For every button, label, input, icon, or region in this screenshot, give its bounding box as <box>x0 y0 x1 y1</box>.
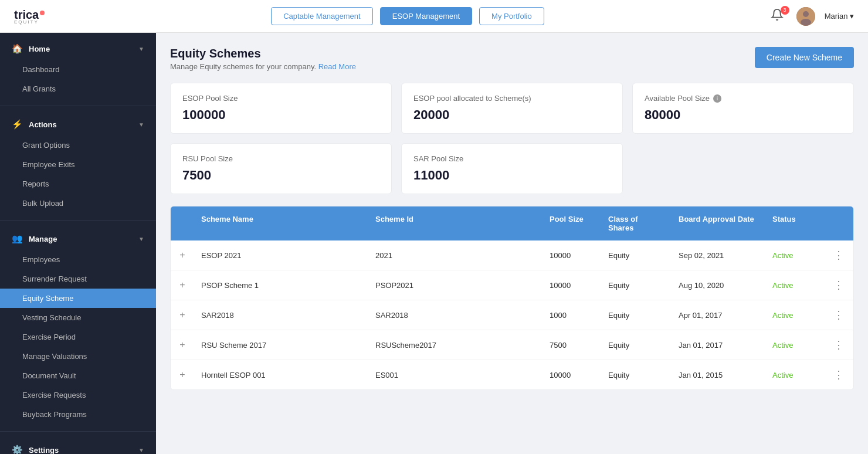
row-actions-menu[interactable]: ⋮ <box>824 330 853 360</box>
sidebar-item-employee-exits[interactable]: Employee Exits <box>0 155 156 174</box>
sidebar-item-all-grants[interactable]: All Grants <box>0 79 156 99</box>
scheme-id: SAR2018 <box>368 303 542 328</box>
page-header: Equity Schemes Manage Equity schemes for… <box>170 47 854 71</box>
table-row: + PSOP Scheme 1 PSOP2021 10000 Equity Au… <box>171 270 853 300</box>
sidebar-settings-header[interactable]: ⚙️ Settings ▼ <box>0 439 156 454</box>
class-of-shares: Equity <box>601 362 672 388</box>
table-row: + ESOP 2021 2021 10000 Equity Sep 02, 20… <box>171 240 853 270</box>
col-scheme-id: Scheme Id <box>368 206 542 240</box>
sidebar-item-document-vault[interactable]: Document Vault <box>0 366 156 385</box>
class-of-shares: Equity <box>601 333 672 358</box>
expand-btn[interactable]: + <box>171 361 194 388</box>
sar-pool-size-card: SAR Pool Size 11000 <box>401 143 623 194</box>
svg-point-2 <box>801 19 811 26</box>
esop-allocated-card: ESOP pool allocated to Scheme(s) 20000 <box>401 83 623 134</box>
col-class-of-shares: Class of Shares <box>601 206 672 240</box>
notification-bell[interactable]: 3 <box>771 8 787 25</box>
sidebar-section-actions: ⚡ Actions ▼ Grant Options Employee Exits… <box>0 109 156 218</box>
read-more-link[interactable]: Read More <box>318 62 356 71</box>
sidebar-manage-header[interactable]: 👥 Manage ▼ <box>0 228 156 250</box>
user-name[interactable]: Marian ▾ <box>825 12 854 21</box>
rsu-pool-size-value: 7500 <box>182 168 379 183</box>
info-icon[interactable]: i <box>713 94 721 103</box>
board-approval-date: Sep 02, 2021 <box>672 243 765 268</box>
board-approval-date: Jan 01, 2017 <box>672 333 765 358</box>
sidebar-item-manage-valuations[interactable]: Manage Valuations <box>0 347 156 366</box>
sidebar-actions-header[interactable]: ⚡ Actions ▼ <box>0 113 156 135</box>
expand-btn[interactable]: + <box>171 272 194 299</box>
scheme-name: ESOP 2021 <box>194 243 368 268</box>
logo-dot <box>40 11 45 15</box>
col-board-approval-date: Board Approval Date <box>672 206 765 240</box>
row-actions-menu[interactable]: ⋮ <box>824 240 853 270</box>
expand-btn[interactable]: + <box>171 331 194 358</box>
sidebar-item-grant-options[interactable]: Grant Options <box>0 135 156 155</box>
stats-row-1: ESOP Pool Size 100000 ESOP pool allocate… <box>170 83 854 134</box>
row-actions-menu[interactable]: ⋮ <box>824 300 853 330</box>
page-title: Equity Schemes <box>170 47 356 60</box>
sidebar-item-exercise-requests[interactable]: Exercise Requests <box>0 385 156 405</box>
esop-tab[interactable]: ESOP Management <box>380 7 472 25</box>
sidebar-item-equity-scheme[interactable]: Equity Scheme <box>0 289 156 308</box>
table-row: + RSU Scheme 2017 RSUScheme2017 7500 Equ… <box>171 330 853 360</box>
sidebar-item-employees[interactable]: Employees <box>0 250 156 269</box>
chevron-down-icon: ▼ <box>138 236 144 242</box>
scheme-name: SAR2018 <box>194 303 368 328</box>
notification-count: 3 <box>781 6 789 15</box>
row-actions-menu[interactable]: ⋮ <box>824 360 853 389</box>
scheme-id: RSUScheme2017 <box>368 333 542 358</box>
esop-allocated-value: 20000 <box>413 107 611 123</box>
sidebar-item-bulk-upload[interactable]: Bulk Upload <box>0 194 156 213</box>
table-header: Scheme Name Scheme Id Pool Size Class of… <box>171 206 853 240</box>
expand-btn[interactable]: + <box>171 242 194 269</box>
row-actions-menu[interactable]: ⋮ <box>824 270 853 300</box>
chevron-down-icon: ▼ <box>138 121 144 128</box>
sidebar-section-manage: 👥 Manage ▼ Employees Surrender Request E… <box>0 223 156 429</box>
status: Active <box>765 273 824 298</box>
pool-size: 10000 <box>542 243 601 268</box>
esop-pool-size-value: 100000 <box>182 107 379 123</box>
avatar[interactable] <box>796 7 815 26</box>
portfolio-tab[interactable]: My Portfolio <box>479 7 544 25</box>
create-scheme-button[interactable]: Create New Scheme <box>755 47 854 68</box>
class-of-shares: Equity <box>601 243 672 268</box>
page-subtitle: Manage Equity schemes for your company. … <box>170 62 356 71</box>
pool-size: 7500 <box>542 333 601 358</box>
logo-subtitle: EQUITY <box>14 19 45 25</box>
home-icon: 🏠 <box>12 43 23 54</box>
top-navigation: trica EQUITY Captable Management ESOP Ma… <box>0 0 868 33</box>
captable-tab[interactable]: Captable Management <box>271 7 373 25</box>
sar-pool-size-value: 11000 <box>413 168 611 183</box>
logo: trica EQUITY <box>14 8 45 25</box>
sidebar-home-header[interactable]: 🏠 Home ▼ <box>0 38 156 60</box>
status: Active <box>765 243 824 268</box>
actions-icon: ⚡ <box>12 119 23 130</box>
board-approval-date: Apr 01, 2017 <box>672 303 765 328</box>
sidebar-item-buyback-programs[interactable]: Buyback Programs <box>0 405 156 424</box>
scheme-id: PSOP2021 <box>368 273 542 298</box>
available-pool-card: Available Pool Size i 80000 <box>632 83 854 134</box>
available-pool-value: 80000 <box>645 107 842 123</box>
class-of-shares: Equity <box>601 303 672 328</box>
stats-empty-cell <box>632 143 854 194</box>
pool-size: 10000 <box>542 362 601 388</box>
sidebar-item-exercise-period[interactable]: Exercise Period <box>0 327 156 347</box>
status: Active <box>765 333 824 358</box>
rsu-pool-size-card: RSU Pool Size 7500 <box>170 143 392 194</box>
sidebar-section-home: 🏠 Home ▼ Dashboard All Grants <box>0 33 156 103</box>
sidebar-item-vesting-schedule[interactable]: Vesting Schedule <box>0 308 156 327</box>
col-status: Status <box>765 206 824 240</box>
main-content: Equity Schemes Manage Equity schemes for… <box>156 33 868 454</box>
table-row: + Horntell ESOP 001 ES001 10000 Equity J… <box>171 360 853 389</box>
col-pool-size: Pool Size <box>542 206 601 240</box>
sidebar-item-reports[interactable]: Reports <box>0 174 156 194</box>
manage-icon: 👥 <box>12 233 23 244</box>
table-row: + SAR2018 SAR2018 1000 Equity Apr 01, 20… <box>171 300 853 330</box>
pool-size: 1000 <box>542 303 601 328</box>
expand-btn[interactable]: + <box>171 301 194 328</box>
sidebar-section-settings: ⚙️ Settings ▼ Company Profile My Profile… <box>0 434 156 454</box>
sidebar-item-dashboard[interactable]: Dashboard <box>0 60 156 79</box>
board-approval-date: Jan 01, 2015 <box>672 362 765 388</box>
sidebar-item-surrender-request[interactable]: Surrender Request <box>0 269 156 289</box>
col-scheme-name: Scheme Name <box>194 206 368 240</box>
